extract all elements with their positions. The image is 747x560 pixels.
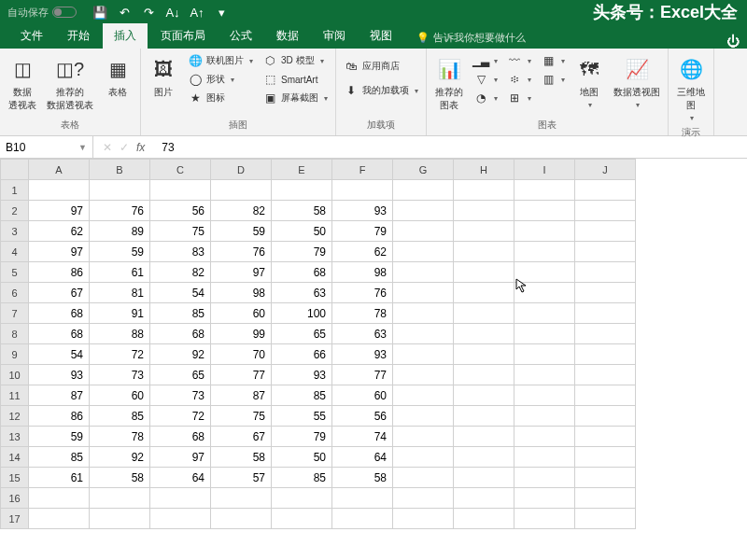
map3d-button[interactable]: 🌐 三维地 图 bbox=[674, 52, 708, 124]
cell[interactable]: 60 bbox=[90, 385, 150, 406]
cell[interactable]: 81 bbox=[90, 283, 150, 303]
cell[interactable]: 92 bbox=[90, 447, 150, 468]
cell[interactable] bbox=[454, 180, 514, 201]
cell[interactable] bbox=[393, 324, 454, 344]
cell[interactable] bbox=[454, 242, 514, 262]
cell[interactable]: 100 bbox=[272, 303, 332, 324]
cell[interactable] bbox=[454, 509, 514, 529]
cell[interactable] bbox=[514, 509, 575, 529]
line-chart-button[interactable]: 〰 bbox=[505, 52, 533, 69]
row-header[interactable]: 6 bbox=[1, 283, 29, 303]
pivot-chart-button[interactable]: 📈 数据透视图 bbox=[612, 52, 662, 111]
cell[interactable] bbox=[393, 262, 454, 283]
column-header[interactable]: F bbox=[332, 160, 393, 180]
cell[interactable]: 87 bbox=[211, 385, 272, 406]
cell[interactable]: 59 bbox=[90, 242, 150, 262]
cell[interactable] bbox=[90, 509, 150, 529]
cell[interactable]: 76 bbox=[332, 283, 393, 303]
cell[interactable]: 82 bbox=[150, 262, 211, 283]
cell[interactable] bbox=[575, 406, 636, 427]
cell[interactable]: 93 bbox=[332, 344, 393, 365]
cell[interactable] bbox=[211, 180, 272, 201]
cell[interactable]: 61 bbox=[29, 468, 90, 488]
funnel-button[interactable]: ▽ bbox=[472, 71, 500, 88]
tab-insert[interactable]: 插入 bbox=[103, 23, 148, 49]
cell[interactable] bbox=[514, 242, 575, 262]
autosave-toggle[interactable]: 自动保存 bbox=[0, 6, 84, 20]
row-header[interactable]: 13 bbox=[1, 427, 29, 447]
cell[interactable]: 99 bbox=[211, 324, 272, 344]
bar-chart-button[interactable]: ▁▃ bbox=[472, 52, 500, 69]
cell[interactable]: 75 bbox=[150, 221, 211, 242]
cell[interactable]: 58 bbox=[90, 468, 150, 488]
cell[interactable] bbox=[332, 488, 393, 509]
cell[interactable] bbox=[272, 509, 332, 529]
cell[interactable]: 58 bbox=[332, 468, 393, 488]
store-button[interactable]: 🛍应用商店 bbox=[342, 58, 420, 75]
column-header[interactable]: J bbox=[575, 160, 636, 180]
cell[interactable]: 61 bbox=[90, 262, 150, 283]
treemap-button[interactable]: ▦ bbox=[539, 52, 567, 69]
cell[interactable]: 54 bbox=[29, 344, 90, 365]
cell[interactable] bbox=[454, 324, 514, 344]
online-pictures-button[interactable]: 🌐联机图片 bbox=[186, 52, 255, 69]
tab-view[interactable]: 视图 bbox=[359, 23, 403, 49]
cell[interactable] bbox=[575, 324, 636, 344]
cell[interactable]: 98 bbox=[332, 262, 393, 283]
cell[interactable] bbox=[454, 262, 514, 283]
row-header[interactable]: 5 bbox=[1, 262, 29, 283]
cell[interactable]: 88 bbox=[90, 324, 150, 344]
combo-button[interactable]: ▥ bbox=[539, 71, 567, 88]
cell[interactable]: 79 bbox=[272, 427, 332, 447]
column-header[interactable]: A bbox=[29, 160, 90, 180]
my-addins-button[interactable]: ⬇我的加载项 bbox=[342, 82, 420, 99]
cell[interactable] bbox=[29, 180, 90, 201]
cell[interactable]: 65 bbox=[150, 365, 211, 385]
column-header[interactable]: E bbox=[272, 160, 332, 180]
cell[interactable]: 97 bbox=[150, 447, 211, 468]
cell[interactable] bbox=[514, 221, 575, 242]
cell[interactable] bbox=[454, 201, 514, 221]
cell[interactable] bbox=[575, 447, 636, 468]
cell[interactable]: 92 bbox=[150, 344, 211, 365]
cell[interactable]: 68 bbox=[150, 324, 211, 344]
cell[interactable] bbox=[90, 488, 150, 509]
cell[interactable] bbox=[393, 468, 454, 488]
column-header[interactable]: B bbox=[90, 160, 150, 180]
sort-desc-icon[interactable]: A↑ bbox=[190, 6, 204, 19]
cell[interactable]: 62 bbox=[29, 221, 90, 242]
cell[interactable]: 64 bbox=[150, 468, 211, 488]
row-header[interactable]: 4 bbox=[1, 242, 29, 262]
cell[interactable]: 79 bbox=[272, 242, 332, 262]
row-header[interactable]: 17 bbox=[1, 509, 29, 529]
cell[interactable] bbox=[575, 488, 636, 509]
map-chart-button[interactable]: 🗺 地图 bbox=[572, 52, 606, 111]
cell[interactable]: 56 bbox=[150, 201, 211, 221]
cell[interactable]: 77 bbox=[332, 365, 393, 385]
cell[interactable] bbox=[332, 180, 393, 201]
power-icon[interactable]: ⏻ bbox=[726, 34, 747, 49]
pie-button[interactable]: ◔ bbox=[472, 90, 500, 106]
row-header[interactable]: 12 bbox=[1, 406, 29, 427]
model3d-button[interactable]: ⬡3D 模型 bbox=[261, 52, 330, 69]
cell[interactable]: 68 bbox=[272, 262, 332, 283]
cell[interactable]: 78 bbox=[332, 303, 393, 324]
cell[interactable] bbox=[454, 344, 514, 365]
cell[interactable] bbox=[575, 427, 636, 447]
cell[interactable]: 54 bbox=[150, 283, 211, 303]
cell[interactable]: 85 bbox=[90, 406, 150, 427]
cell[interactable] bbox=[454, 406, 514, 427]
cell[interactable]: 85 bbox=[272, 468, 332, 488]
cell[interactable]: 57 bbox=[211, 468, 272, 488]
undo-icon[interactable]: ↶ bbox=[118, 6, 131, 19]
cell[interactable] bbox=[575, 385, 636, 406]
cell[interactable] bbox=[575, 303, 636, 324]
cell[interactable]: 60 bbox=[332, 385, 393, 406]
cell[interactable] bbox=[514, 324, 575, 344]
cell[interactable] bbox=[575, 221, 636, 242]
cell[interactable]: 58 bbox=[211, 447, 272, 468]
cell[interactable]: 76 bbox=[211, 242, 272, 262]
cell[interactable] bbox=[393, 447, 454, 468]
select-all-cell[interactable] bbox=[1, 160, 29, 180]
cell[interactable]: 67 bbox=[211, 427, 272, 447]
